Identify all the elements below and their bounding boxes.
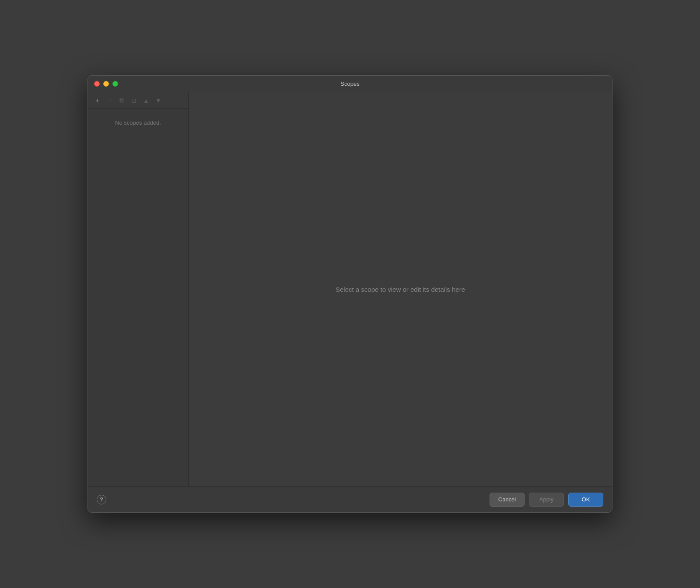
titlebar: Scopes bbox=[88, 76, 612, 92]
add-scope-button[interactable]: + bbox=[91, 96, 103, 105]
sidebar: + − ⧉ ⊟ ▲ ▼ No scopes added. bbox=[88, 92, 189, 486]
sidebar-toolbar: + − ⧉ ⊟ ▲ ▼ bbox=[88, 92, 188, 109]
apply-button[interactable]: Apply bbox=[529, 493, 564, 507]
move-down-button[interactable]: ▼ bbox=[153, 96, 164, 105]
copy-scope-button[interactable]: ⧉ bbox=[116, 96, 127, 105]
window-controls bbox=[94, 81, 118, 87]
minimize-button[interactable] bbox=[103, 81, 109, 87]
main-placeholder-text: Select a scope to view or edit its detai… bbox=[336, 286, 465, 293]
move-up-button[interactable]: ▲ bbox=[140, 96, 152, 105]
footer: ? Cancel Apply OK bbox=[88, 486, 612, 512]
empty-scopes-label: No scopes added. bbox=[88, 119, 188, 126]
help-button[interactable]: ? bbox=[97, 495, 106, 504]
maximize-button[interactable] bbox=[112, 81, 118, 87]
footer-right: Cancel Apply OK bbox=[490, 493, 603, 507]
content-area: + − ⧉ ⊟ ▲ ▼ No scopes added. Select a sc… bbox=[88, 92, 612, 486]
ok-button[interactable]: OK bbox=[568, 493, 603, 507]
footer-left: ? bbox=[97, 495, 106, 504]
scopes-window: Scopes + − ⧉ ⊟ ▲ ▼ No scopes added. Sele… bbox=[88, 75, 612, 513]
close-button[interactable] bbox=[94, 81, 100, 87]
cancel-button[interactable]: Cancel bbox=[490, 493, 525, 507]
window-title: Scopes bbox=[340, 80, 359, 87]
sidebar-list: No scopes added. bbox=[88, 109, 188, 486]
save-scope-button[interactable]: ⊟ bbox=[128, 96, 140, 105]
remove-scope-button[interactable]: − bbox=[104, 96, 115, 105]
main-panel: Select a scope to view or edit its detai… bbox=[189, 92, 612, 486]
